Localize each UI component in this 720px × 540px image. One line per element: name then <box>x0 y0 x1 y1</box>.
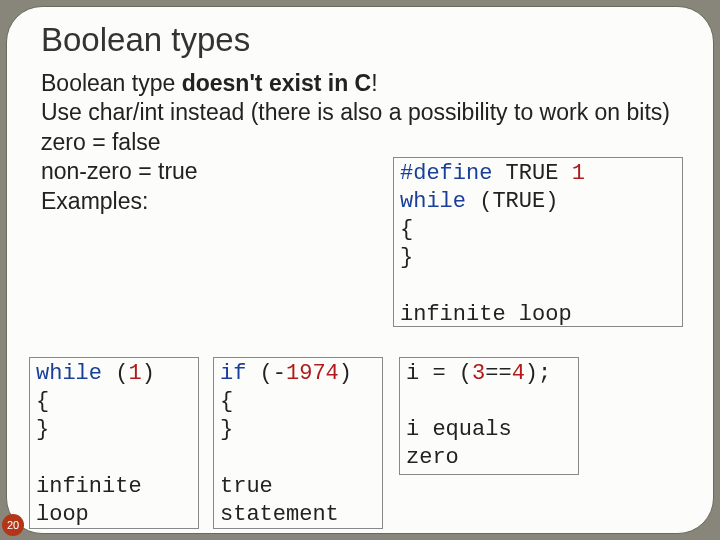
code-blank <box>220 444 376 472</box>
code-line: { <box>400 216 676 244</box>
code-caption: true <box>220 473 376 501</box>
code-number: 3 <box>472 361 485 386</box>
code-keyword: while <box>36 361 102 386</box>
body-line-2: Use char/int instead (there is also a po… <box>41 98 693 127</box>
slide-title: Boolean types <box>41 21 250 59</box>
code-caption: infinite <box>36 473 192 501</box>
code-text: (- <box>246 361 286 386</box>
code-caption: loop <box>36 501 192 529</box>
code-line: #define TRUE 1 <box>400 160 676 188</box>
code-blank <box>400 273 676 301</box>
code-caption: zero <box>406 444 572 472</box>
body-text: ! <box>371 70 377 96</box>
code-box-while: while (1) { } infinite loop <box>29 357 199 529</box>
body-line-3: zero = false <box>41 128 693 157</box>
code-keyword: while <box>400 189 466 214</box>
code-text: (TRUE) <box>466 189 558 214</box>
code-line: i = (3==4); <box>406 360 572 388</box>
code-line: } <box>36 416 192 444</box>
body-text: Boolean type <box>41 70 182 96</box>
code-text: ( <box>102 361 128 386</box>
code-box-if: if (-1974) { } true statement <box>213 357 383 529</box>
code-line: { <box>220 388 376 416</box>
code-caption: statement <box>220 501 376 529</box>
code-text: ); <box>525 361 551 386</box>
code-line: } <box>400 244 676 272</box>
code-number: 1974 <box>286 361 339 386</box>
code-keyword: if <box>220 361 246 386</box>
code-line: } <box>220 416 376 444</box>
code-box-equals: i = (3==4); i equals zero <box>399 357 579 475</box>
code-number: 4 <box>512 361 525 386</box>
code-caption: infinite loop <box>400 301 676 329</box>
code-keyword: #define <box>400 161 492 186</box>
body-bold: doesn't exist in C <box>182 70 372 96</box>
code-blank <box>36 444 192 472</box>
code-text: ) <box>142 361 155 386</box>
code-number: 1 <box>572 161 585 186</box>
code-blank <box>406 388 572 416</box>
code-box-define: #define TRUE 1 while (TRUE) { } infinite… <box>393 157 683 327</box>
page-number-badge: 20 <box>2 514 24 536</box>
code-number: 1 <box>128 361 141 386</box>
slide-frame: Boolean types Boolean type doesn't exist… <box>6 6 714 534</box>
code-text: ) <box>339 361 352 386</box>
body-line-1: Boolean type doesn't exist in C! <box>41 69 693 98</box>
code-text: i = ( <box>406 361 472 386</box>
code-text: TRUE <box>492 161 571 186</box>
code-line: while (TRUE) <box>400 188 676 216</box>
code-line: while (1) <box>36 360 192 388</box>
code-text: == <box>485 361 511 386</box>
code-line: { <box>36 388 192 416</box>
code-line: if (-1974) <box>220 360 376 388</box>
code-caption: i equals <box>406 416 572 444</box>
